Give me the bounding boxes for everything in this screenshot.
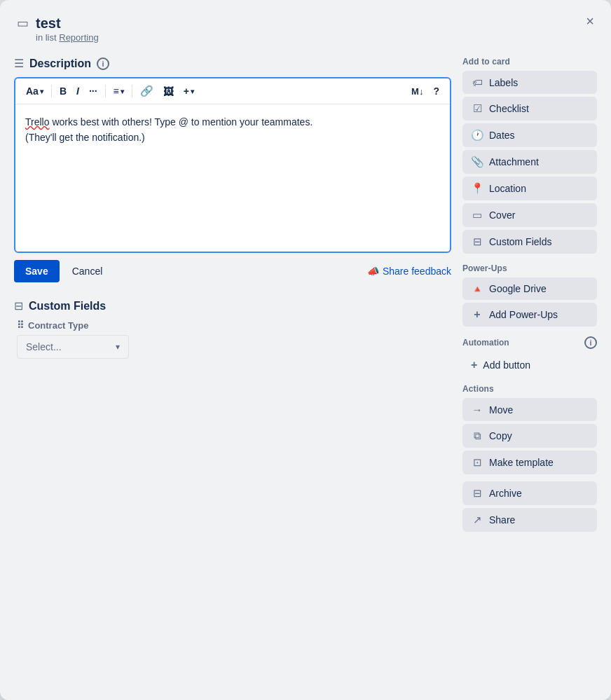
save-button[interactable]: Save [14,260,60,282]
location-icon: 📍 [471,182,483,195]
editor-container: Aa ▾ B I ··· ≡ ▾ [14,77,451,253]
italic-btn[interactable]: I [73,83,83,99]
chevron-down-icon: ▾ [116,342,120,352]
move-button[interactable]: → Move [462,398,597,421]
custom-fields-icon: ⊟ [14,299,23,313]
automation-header: Automation i [462,336,597,349]
google-drive-button[interactable]: 🔺 Google Drive [462,277,597,300]
image-btn[interactable]: 🖼 [160,83,177,99]
left-column: ☰ Description i Aa ▾ B I [14,57,451,535]
info-icon: i [97,57,109,70]
archive-button[interactable]: ⊟ Archive [462,481,597,505]
template-icon: ⊡ [471,456,483,469]
custom-fields-header: ⊟ Custom Fields [14,299,451,313]
add-button-icon: + [471,359,477,371]
google-drive-icon: 🔺 [471,284,483,294]
automation-info-icon: i [584,336,597,349]
custom-fields-btn-icon: ⊟ [471,235,483,248]
megaphone-icon: 📣 [367,266,379,277]
list-btn[interactable]: ≡ ▾ [110,83,128,99]
right-column: Add to card 🏷 Labels ☑ Checklist 🕐 Dates… [462,57,597,535]
checklist-button[interactable]: ☑ Checklist [462,97,597,121]
card-header: ▭ test in list Reporting [17,14,597,43]
more-btn[interactable]: ··· [85,83,101,99]
card-modal: × ▭ test in list Reporting ☰ Description… [0,0,611,700]
checklist-icon: ☑ [471,102,483,115]
card-title: test [36,14,99,32]
list-icon: ≡ [114,85,119,97]
cover-icon: ▭ [471,209,483,221]
custom-fields-section: ⊟ Custom Fields ⠿ Contract Type Select..… [14,299,451,359]
add-to-card-label: Add to card [462,57,597,67]
attachment-button[interactable]: 📎 Attachment [462,150,597,174]
placeholder-text-2: (They'll get the notification.) [25,132,145,143]
insert-btn[interactable]: + ▾ [180,83,198,99]
share-feedback-link[interactable]: 📣 Share feedback [367,266,451,277]
editor-body[interactable]: Trello works best with others! Type @ to… [15,104,450,252]
label-icon: 🏷 [471,76,483,88]
add-power-ups-button[interactable]: + Add Power-Ups [462,303,597,327]
description-section-header: ☰ Description i [14,57,451,70]
main-content: ☰ Description i Aa ▾ B I [14,57,597,535]
automation-label: Automation [462,338,509,348]
link-icon: 🔗 [140,85,153,97]
cover-button[interactable]: ▭ Cover [462,203,597,227]
placeholder-trello: Trello [25,116,50,128]
placeholder-text: works best with others! Type @ to mentio… [52,116,313,128]
contract-type-label: ⠿ Contract Type [17,320,451,331]
add-button-btn[interactable]: + Add button [462,353,597,377]
make-template-button[interactable]: ⊡ Make template [462,451,597,474]
location-button[interactable]: 📍 Location [462,177,597,200]
labels-button[interactable]: 🏷 Labels [462,71,597,94]
clock-icon: 🕐 [471,129,483,142]
card-list-ref: in list Reporting [36,32,99,43]
cancel-button[interactable]: Cancel [65,260,110,282]
link-btn[interactable]: 🔗 [137,83,157,99]
toolbar-sep-3 [132,85,132,97]
description-title: Description [29,57,91,70]
copy-button[interactable]: ⧉ Copy [462,424,597,448]
editor-actions: Save Cancel 📣 Share feedback [14,260,451,282]
toolbar-sep-2 [105,85,106,97]
list-link[interactable]: Reporting [59,32,98,43]
power-ups-label: Power-Ups [462,263,597,273]
plus-icon: + [471,308,483,321]
card-title-block: test in list Reporting [36,14,99,43]
attachment-icon: 📎 [471,156,483,168]
bold-btn[interactable]: B [56,83,70,99]
help-btn[interactable]: ? [430,83,443,99]
contract-type-select[interactable]: Select... ▾ [17,335,129,359]
move-icon: → [471,404,483,416]
toolbar-sep-1 [51,85,52,97]
card-type-icon: ▭ [17,15,29,31]
markdown-btn[interactable]: M↓ [408,84,427,99]
editor-toolbar: Aa ▾ B I ··· ≡ ▾ [15,78,450,104]
image-icon: 🖼 [163,85,174,97]
description-icon: ☰ [14,57,24,70]
grid-icon: ⠿ [17,320,24,331]
dates-button[interactable]: 🕐 Dates [462,123,597,147]
close-button[interactable]: × [579,10,601,32]
archive-icon: ⊟ [471,487,483,500]
font-size-btn[interactable]: Aa ▾ [22,83,47,99]
custom-fields-title: Custom Fields [29,300,106,313]
share-button[interactable]: ↗ Share [462,508,597,532]
actions-label: Actions [462,384,597,394]
share-icon: ↗ [471,514,483,526]
custom-fields-button[interactable]: ⊟ Custom Fields [462,230,597,254]
copy-icon: ⧉ [471,430,483,442]
